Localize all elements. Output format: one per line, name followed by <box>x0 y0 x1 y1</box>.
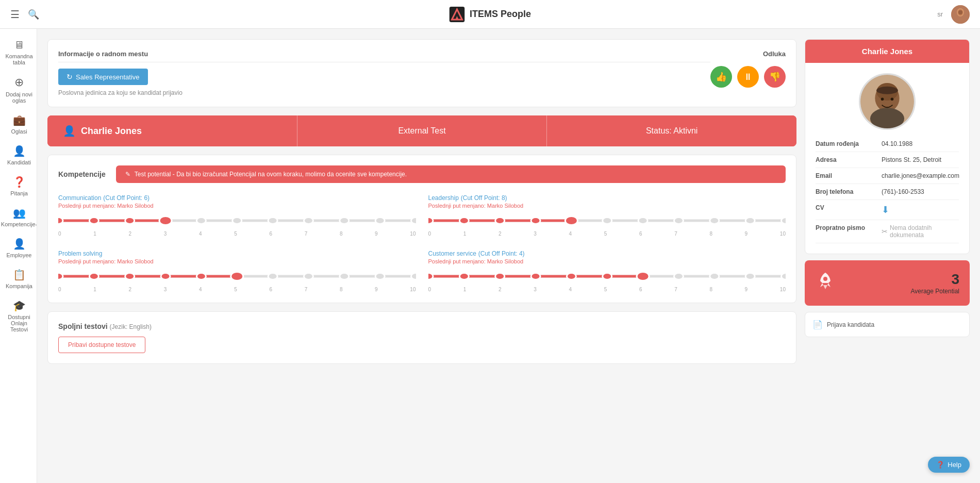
cv-download-button[interactable]: ⬇ <box>882 204 889 215</box>
sidebar-item-jobs[interactable]: 💼 Oglasi <box>0 109 37 140</box>
svg-point-27 <box>602 218 611 224</box>
candidates-icon: 👤 <box>13 145 26 157</box>
fetch-tests-button[interactable]: Pribavi dostupne testove <box>58 337 145 353</box>
comp-communication-title: Communication (Cut Off Point: 6) <box>58 193 416 202</box>
sidebar-item-online-tests[interactable]: 🎓 Dostupni Onlajn Testovi <box>0 294 37 338</box>
sidebar-label-candidates: Kandidati <box>7 159 31 165</box>
svg-point-19 <box>411 218 416 224</box>
job-info-title: Informacije o radnom mestu <box>58 50 710 62</box>
top-bar: ☰ 🔍 ITEMS People sr <box>0 0 980 29</box>
svg-point-55 <box>674 273 683 279</box>
candidate-name: Charlie Jones <box>81 126 142 137</box>
svg-point-36 <box>89 273 98 279</box>
sidebar-item-add-job[interactable]: ⊕ Dodaj novi oglas <box>0 71 37 109</box>
svg-point-37 <box>125 273 135 279</box>
svg-point-32 <box>781 218 786 224</box>
prijava-label: Prijava kandidata <box>827 321 874 328</box>
svg-point-10 <box>89 218 98 224</box>
competency-customer-service: Customer service (Cut Off Point: 4) Posl… <box>428 249 786 292</box>
profile-card-body: Datum rođenja 04.10.1988 Adresa Pistons … <box>805 63 969 254</box>
potential-label: Average Potential <box>844 288 959 295</box>
svg-point-43 <box>340 273 349 279</box>
sidebar-item-questions[interactable]: ❓ Pitanja <box>0 171 37 202</box>
candidate-test-section: External Test <box>297 115 547 146</box>
profile-card-header: Charlie Jones <box>805 40 969 63</box>
competency-problem-solving: Problem solving Poslednji put menjano: M… <box>58 249 416 292</box>
comp-communication-cutoff: (Cut Off Point: 6) <box>103 194 150 202</box>
sidebar-item-dashboard[interactable]: 🖥 Komandna tabla <box>0 34 37 71</box>
menu-hamburger-icon[interactable]: ☰ <box>10 8 20 21</box>
comp-leadership-title: Leadership (Cut Off Point: 8) <box>428 193 786 202</box>
help-button[interactable]: ❓ Help <box>928 457 970 473</box>
approve-button[interactable]: 👍 <box>710 66 732 88</box>
svg-point-63 <box>870 108 904 129</box>
svg-point-28 <box>638 218 647 224</box>
phone-row: Broj telefona (761)-160-2533 <box>816 184 959 200</box>
potential-card: 3 Average Potential <box>805 260 970 306</box>
svg-point-57 <box>745 273 755 279</box>
svg-point-35 <box>58 273 63 279</box>
svg-point-58 <box>781 273 786 279</box>
comp-customer-slider[interactable]: 012345678910 <box>428 269 786 292</box>
phone-label: Broj telefona <box>816 188 877 195</box>
sidebar-label-competencies: Kompetencije- <box>1 221 37 227</box>
svg-point-49 <box>459 273 469 279</box>
graduation-icon: 🎓 <box>13 299 26 312</box>
svg-point-39 <box>196 273 206 279</box>
svg-point-54 <box>637 272 649 280</box>
svg-point-42 <box>304 273 313 279</box>
sidebar-item-competencies[interactable]: 👥 Kompetencije- <box>0 202 37 232</box>
potential-number: 3 <box>951 271 959 288</box>
svg-point-64 <box>881 97 884 101</box>
main-content: Informacije o radnom mestu ↻ Sales Repre… <box>47 39 796 473</box>
pause-button[interactable]: ⏸ <box>737 66 759 88</box>
competencies-alert-text: Test potential - Da bi bio izračunat Pot… <box>135 171 407 178</box>
svg-point-25 <box>531 218 540 224</box>
svg-point-15 <box>268 218 277 224</box>
comp-problem-sub: Poslednji put menjano: Marko Silobod <box>58 258 416 264</box>
svg-point-26 <box>565 216 577 225</box>
address-row: Adresa Pistons St. 25, Detroit <box>816 152 959 168</box>
competencies-icon: 👥 <box>13 207 26 219</box>
comp-leadership-slider[interactable]: 012345678910 <box>428 213 786 237</box>
job-info-section: Informacije o radnom mestu ↻ Sales Repre… <box>47 39 796 107</box>
comp-communication-slider[interactable]: 012345678910 <box>58 213 416 237</box>
app-logo-icon <box>449 7 464 22</box>
candidate-person-icon: 👤 <box>63 125 76 137</box>
competency-communication: Communication (Cut Off Point: 6) Posledn… <box>58 193 416 237</box>
cover-letter-row: Propratno pismo ✂ Nema dodatnih dokumena… <box>816 220 959 243</box>
refresh-icon: ↻ <box>67 73 73 81</box>
briefcase-icon: 💼 <box>13 114 26 126</box>
sidebar-item-company[interactable]: 📋 Kompanija <box>0 263 37 294</box>
svg-point-31 <box>745 218 755 224</box>
sidebar: 🖥 Komandna tabla ⊕ Dodaj novi oglas 💼 Og… <box>0 29 37 483</box>
content-area: Informacije o radnom mestu ↻ Sales Repre… <box>37 29 980 483</box>
competencies-title: Kompetencije <box>58 170 106 178</box>
email-label: Email <box>816 172 877 179</box>
sidebar-label-online-tests: Dostupni Onlajn Testovi <box>4 314 34 332</box>
email-value: charlie.jones@example.com <box>882 172 959 179</box>
sidebar-label-add-job: Dodaj novi oglas <box>4 91 34 104</box>
comp-problem-slider[interactable]: 012345678910 <box>58 269 416 292</box>
reject-button[interactable]: 👎 <box>764 66 786 88</box>
sidebar-item-candidates[interactable]: 👤 Kandidati <box>0 140 37 171</box>
sidebar-item-employee[interactable]: 👤 Employee <box>0 232 37 263</box>
job-title-button[interactable]: ↻ Sales Representative <box>58 69 148 85</box>
language-selector[interactable]: sr <box>937 10 943 18</box>
prijava-section: 📄 Prijava kandidata <box>805 312 970 337</box>
svg-point-23 <box>459 218 469 224</box>
cover-letter-label: Propratno pismo <box>816 224 877 231</box>
birth-date-row: Datum rođenja 04.10.1988 <box>816 136 959 152</box>
svg-point-9 <box>58 218 63 224</box>
sidebar-label-jobs: Oglasi <box>11 128 27 135</box>
sidebar-label-questions: Pitanja <box>10 190 28 196</box>
help-label: Help <box>948 461 961 469</box>
svg-point-13 <box>196 218 206 224</box>
svg-point-24 <box>495 218 504 224</box>
app-title: ITEMS People <box>470 9 531 20</box>
search-icon[interactable]: 🔍 <box>28 9 39 20</box>
user-avatar[interactable] <box>951 5 970 24</box>
business-unit-label: Poslovna jedinica za koju se kandidat pr… <box>58 89 710 96</box>
svg-point-11 <box>125 218 135 224</box>
svg-point-51 <box>531 273 540 279</box>
